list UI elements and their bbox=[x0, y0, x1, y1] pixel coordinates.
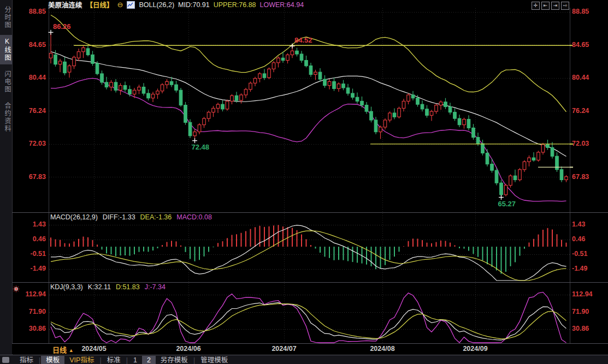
kdj-pane-header: KDJ(9,3,3) K:32.11 D:51.83 J:-7.34 bbox=[50, 283, 166, 291]
kdj-d-value: D:51.83 bbox=[116, 283, 140, 291]
kdj-title: KDJ(9,3,3) bbox=[50, 283, 83, 291]
symbol-name: 美原油连续 bbox=[48, 0, 82, 10]
macd-dea-value: DEA:-1.36 bbox=[140, 213, 172, 221]
alarm-marker-icon[interactable] bbox=[13, 285, 20, 292]
toolbar-item-standard[interactable]: 标准 bbox=[102, 356, 126, 364]
toolbar-item-manage-template[interactable]: 管理模板 bbox=[196, 356, 233, 364]
macd-histogram bbox=[51, 225, 566, 273]
bottom-toolbar: 指标 | 模板 VIP指标 | 标准 | 1 2 另存模板 | 管理模板 bbox=[0, 355, 608, 364]
chart-tools: ✛ ⇤ ⇥ ⇨ bbox=[532, 2, 569, 10]
toolbar-item-vip-indicator[interactable]: VIP指标 bbox=[64, 356, 99, 364]
boll-mid-value: MID:70.91 bbox=[178, 1, 210, 9]
kdj-k-value: K:32.11 bbox=[88, 283, 111, 291]
time-axis-month-label: 2024/09 bbox=[453, 345, 497, 353]
axis-scale-left-icon[interactable]: ⇤ bbox=[541, 2, 550, 10]
boll-indicator-label: BOLL(26,2) bbox=[139, 1, 174, 9]
toolbar-separator: | bbox=[99, 356, 101, 364]
chart-canvas[interactable] bbox=[0, 0, 608, 364]
toolbar-item-template[interactable]: 模板 bbox=[41, 356, 64, 364]
period-tag: 【日线】 bbox=[86, 0, 114, 10]
toolbar-separator: | bbox=[126, 356, 128, 364]
macd-pane-header: MACD(26,12,9) DIFF:-1.33 DEA:-1.36 MACD:… bbox=[50, 213, 212, 221]
time-axis-month-label: 2024/07 bbox=[262, 345, 306, 353]
time-axis: 日线 ▲ 2024/052024/062024/072024/082024/09 bbox=[12, 344, 608, 354]
macd-diff-value: DIFF:-1.33 bbox=[103, 213, 135, 221]
mini-chart-icon[interactable] bbox=[127, 1, 135, 9]
axis-scale-right-icon[interactable]: ⇥ bbox=[551, 2, 559, 10]
toolbar-separator: | bbox=[39, 356, 40, 364]
macd-value: MACD:0.08 bbox=[176, 213, 212, 221]
toolbar-item-slot1[interactable]: 1 bbox=[128, 356, 142, 364]
time-axis-month-label: 2024/08 bbox=[361, 345, 404, 353]
chart-header: 美原油连续 【日线】 ⊖ BOLL(26,2) MID:70.91 UPPER:… bbox=[48, 1, 304, 9]
toolbar-item-save-template[interactable]: 另存模板 bbox=[156, 356, 193, 364]
crosshair-move-icon[interactable]: ✛ bbox=[532, 2, 540, 10]
export-chart-icon[interactable]: ⇨ bbox=[561, 2, 569, 10]
time-axis-month-label: 2024/06 bbox=[167, 345, 210, 353]
boll-upper-value: UPPER:76.88 bbox=[214, 1, 256, 9]
toolbar-handle-icon[interactable] bbox=[2, 357, 9, 363]
macd-title: MACD(26,12,9) bbox=[50, 213, 98, 221]
candles bbox=[49, 32, 568, 197]
time-axis-month-label: 2024/05 bbox=[72, 345, 116, 353]
toolbar-separator: | bbox=[193, 356, 195, 364]
boll-lower-value: LOWER:64.94 bbox=[260, 1, 304, 9]
toolbar-item-indicator[interactable]: 指标 bbox=[15, 356, 38, 364]
kdj-j-value: J:-7.34 bbox=[145, 283, 166, 291]
toolbar-item-slot2[interactable]: 2 bbox=[142, 356, 156, 364]
period-selector[interactable]: 日线 ▲ bbox=[52, 344, 74, 355]
collapse-indicator-icon[interactable]: ⊖ bbox=[117, 1, 123, 9]
